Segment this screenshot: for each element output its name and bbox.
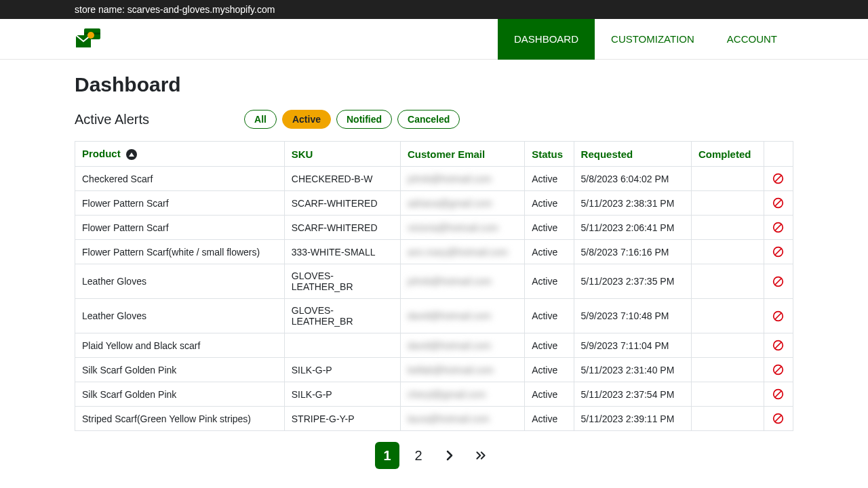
- store-name-label: store name: scarves-and-gloves.myshopify…: [75, 4, 275, 15]
- page-title: Dashboard: [75, 73, 793, 96]
- col-status[interactable]: Status: [525, 142, 574, 167]
- cell-action: [764, 216, 793, 240]
- cancel-icon[interactable]: [772, 246, 784, 258]
- cell-product: Leather Gloves: [75, 264, 285, 299]
- svg-line-20: [776, 391, 782, 397]
- table-row: Plaid Yellow and Black scarfdavid@hotmai…: [75, 333, 793, 358]
- svg-line-6: [776, 200, 782, 206]
- col-product[interactable]: Product: [75, 142, 285, 167]
- cell-action: [764, 191, 793, 216]
- table-row: Flower Pattern Scarf(white / small flowe…: [75, 240, 793, 264]
- svg-line-18: [776, 367, 782, 373]
- col-requested[interactable]: Requested: [574, 142, 691, 167]
- cell-completed: [691, 216, 764, 240]
- cell-product: Flower Pattern Scarf: [75, 216, 285, 240]
- section-subtitle: Active Alerts: [75, 112, 149, 127]
- cell-requested: 5/11/2023 2:31:40 PM: [574, 358, 691, 382]
- table-row: Flower Pattern ScarfSCARF-WHITEREDadrian…: [75, 191, 793, 216]
- cell-sku: GLOVES-LEATHER_BR: [284, 264, 400, 299]
- cell-status: Active: [525, 382, 574, 407]
- cancel-icon[interactable]: [772, 413, 784, 424]
- cell-product: Silk Scarf Golden Pink: [75, 358, 285, 382]
- nav-account[interactable]: ACCOUNT: [711, 19, 793, 60]
- cell-completed: [691, 299, 764, 333]
- filter-active[interactable]: Active: [282, 110, 331, 129]
- top-bar: store name: scarves-and-gloves.myshopify…: [0, 0, 868, 19]
- cell-requested: 5/9/2023 7:11:04 PM: [574, 333, 691, 358]
- cell-requested: 5/11/2023 2:37:35 PM: [574, 264, 691, 299]
- cell-product: Flower Pattern Scarf(white / small flowe…: [75, 240, 285, 264]
- nav-dashboard[interactable]: DASHBOARD: [498, 19, 595, 60]
- pagination: 1 2: [75, 442, 793, 469]
- cell-action: [764, 358, 793, 382]
- filter-notified[interactable]: Notified: [336, 110, 392, 129]
- cell-product: Flower Pattern Scarf: [75, 191, 285, 216]
- cell-email: laura@hotmail.com: [400, 407, 524, 431]
- cell-email: johnb@hotmail.com: [400, 264, 524, 299]
- cell-status: Active: [525, 167, 574, 191]
- cancel-icon[interactable]: [772, 197, 784, 209]
- cell-product: Leather Gloves: [75, 299, 285, 333]
- cancel-icon[interactable]: [772, 364, 784, 375]
- col-actions: [764, 142, 793, 167]
- cancel-icon[interactable]: [772, 340, 784, 351]
- cancel-icon[interactable]: [772, 173, 784, 184]
- cell-action: [764, 167, 793, 191]
- table-row: Leather GlovesGLOVES-LEATHER_BRdavid@hot…: [75, 299, 793, 333]
- cell-action: [764, 382, 793, 407]
- cell-requested: 5/11/2023 2:38:31 PM: [574, 191, 691, 216]
- nav-customization[interactable]: CUSTOMIZATION: [595, 19, 711, 60]
- cell-completed: [691, 333, 764, 358]
- table-row: Leather GlovesGLOVES-LEATHER_BRjohnb@hot…: [75, 264, 793, 299]
- cell-sku: GLOVES-LEATHER_BR: [284, 299, 400, 333]
- col-sku[interactable]: SKU: [284, 142, 400, 167]
- svg-point-2: [87, 32, 94, 39]
- cell-completed: [691, 382, 764, 407]
- cell-status: Active: [525, 264, 574, 299]
- cell-completed: [691, 407, 764, 431]
- cancel-icon[interactable]: [772, 222, 784, 233]
- cell-email: victoria@hotmail.com: [400, 216, 524, 240]
- col-email[interactable]: Customer Email: [400, 142, 524, 167]
- cell-sku: 333-WHITE-SMALL: [284, 240, 400, 264]
- cell-email: bellab@hotmail.com: [400, 358, 524, 382]
- filter-group: All Active Notified Canceled: [244, 110, 460, 129]
- cell-action: [764, 407, 793, 431]
- cell-email: david@hotmail.com: [400, 333, 524, 358]
- cell-action: [764, 240, 793, 264]
- cell-status: Active: [525, 240, 574, 264]
- filter-canceled[interactable]: Canceled: [397, 110, 460, 129]
- cell-sku: STRIPE-G-Y-P: [284, 407, 400, 431]
- page-next[interactable]: [437, 442, 462, 469]
- cell-email: ann.mary@hotmail.com: [400, 240, 524, 264]
- cell-requested: 5/9/2023 7:10:48 PM: [574, 299, 691, 333]
- filter-all[interactable]: All: [244, 110, 277, 129]
- page-last[interactable]: [469, 442, 493, 469]
- svg-line-8: [776, 224, 782, 230]
- cell-action: [764, 333, 793, 358]
- cell-sku: SILK-G-P: [284, 382, 400, 407]
- cell-status: Active: [525, 358, 574, 382]
- col-completed[interactable]: Completed: [691, 142, 764, 167]
- page-1[interactable]: 1: [375, 442, 399, 469]
- table-row: Checkered ScarfCHECKERED-B-Wjohnb@hotmai…: [75, 167, 793, 191]
- cancel-icon[interactable]: [772, 310, 784, 322]
- svg-line-16: [776, 342, 782, 348]
- cell-email: johnb@hotmail.com: [400, 167, 524, 191]
- cell-completed: [691, 264, 764, 299]
- cell-completed: [691, 167, 764, 191]
- cell-product: Silk Scarf Golden Pink: [75, 382, 285, 407]
- cell-requested: 5/8/2023 6:04:02 PM: [574, 167, 691, 191]
- svg-line-10: [776, 249, 782, 255]
- cell-product: Plaid Yellow and Black scarf: [75, 333, 285, 358]
- table-row: Silk Scarf Golden PinkSILK-G-Pbellab@hot…: [75, 358, 793, 382]
- cancel-icon[interactable]: [772, 388, 784, 400]
- page-2[interactable]: 2: [406, 442, 431, 469]
- cell-product: Striped Scarf(Green Yellow Pink stripes): [75, 407, 285, 431]
- sort-asc-icon: [126, 149, 137, 160]
- main-nav: DASHBOARD CUSTOMIZATION ACCOUNT: [498, 19, 793, 60]
- table-row: Striped Scarf(Green Yellow Pink stripes)…: [75, 407, 793, 431]
- cell-action: [764, 299, 793, 333]
- cell-requested: 5/11/2023 2:39:11 PM: [574, 407, 691, 431]
- cancel-icon[interactable]: [772, 276, 784, 287]
